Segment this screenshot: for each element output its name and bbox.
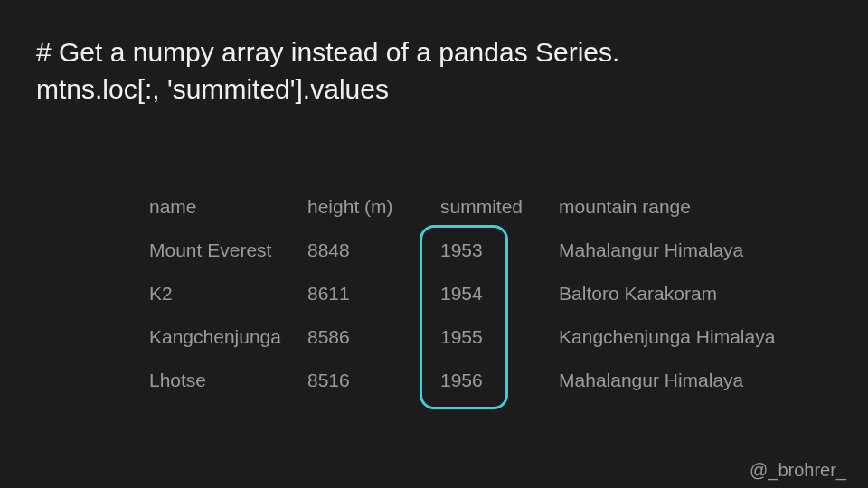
table-row: K2 8611 1954 Baltoro Karakoram (149, 272, 793, 315)
table-row: Kangchenjunga 8586 1955 Kangchenjunga Hi… (149, 315, 793, 359)
header-summited: summited (420, 185, 542, 229)
cell-name: Kangchenjunga (149, 315, 307, 359)
slide: # Get a numpy array instead of a pandas … (0, 0, 868, 488)
code-block: # Get a numpy array instead of a pandas … (36, 34, 832, 108)
table-header-row: name height (m) summited mountain range (149, 185, 793, 229)
credit: @_brohrer_ (750, 460, 846, 481)
code-line-2: mtns.loc[:, 'summited'].values (36, 71, 832, 108)
cell-name: Mount Everest (149, 229, 307, 272)
cell-height: 8516 (307, 359, 420, 402)
header-range: mountain range (542, 185, 793, 229)
header-height: height (m) (307, 185, 420, 229)
header-name: name (149, 185, 307, 229)
cell-name: K2 (149, 272, 307, 315)
cell-height: 8611 (307, 272, 420, 315)
code-line-1: # Get a numpy array instead of a pandas … (36, 34, 832, 71)
data-table-wrap: name height (m) summited mountain range … (149, 185, 793, 402)
cell-summited: 1955 (420, 315, 542, 359)
cell-range: Mahalangur Himalaya (542, 229, 793, 272)
table-row: Mount Everest 8848 1953 Mahalangur Himal… (149, 229, 793, 272)
cell-summited: 1953 (420, 229, 542, 272)
data-table: name height (m) summited mountain range … (149, 185, 793, 402)
cell-height: 8848 (307, 229, 420, 272)
cell-name: Lhotse (149, 359, 307, 402)
cell-range: Baltoro Karakoram (542, 272, 793, 315)
cell-height: 8586 (307, 315, 420, 359)
cell-summited: 1956 (420, 359, 542, 402)
cell-summited: 1954 (420, 272, 542, 315)
cell-range: Kangchenjunga Himalaya (542, 315, 793, 359)
cell-range: Mahalangur Himalaya (542, 359, 793, 402)
table-row: Lhotse 8516 1956 Mahalangur Himalaya (149, 359, 793, 402)
